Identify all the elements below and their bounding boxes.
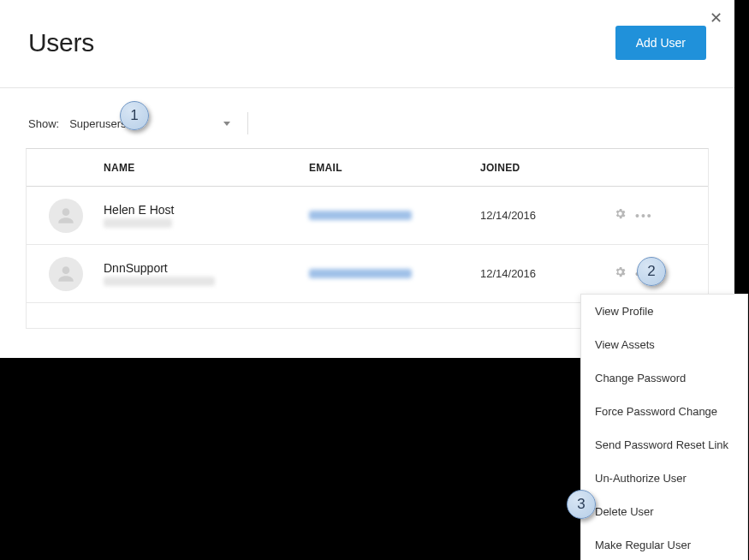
column-email: EMAIL xyxy=(309,162,480,174)
filter-label: Show: xyxy=(28,117,59,130)
menu-change-password[interactable]: Change Password xyxy=(581,361,747,395)
menu-view-profile[interactable]: View Profile xyxy=(581,295,747,328)
menu-view-assets[interactable]: View Assets xyxy=(581,328,747,361)
avatar xyxy=(49,257,83,291)
column-joined: JOINED xyxy=(480,162,591,174)
more-icon[interactable]: ••• xyxy=(635,210,653,222)
user-joined: 12/14/2016 xyxy=(480,267,591,280)
menu-unauthorize-user[interactable]: Un-Authorize User xyxy=(581,462,747,495)
callout-2: 2 xyxy=(637,257,666,286)
close-icon[interactable]: ✕ xyxy=(710,9,722,27)
add-user-button[interactable]: Add User xyxy=(615,26,706,60)
menu-make-regular-user[interactable]: Make Regular User xyxy=(581,528,747,560)
avatar xyxy=(49,199,83,233)
menu-force-password-change[interactable]: Force Password Change xyxy=(581,395,747,428)
header: Users Add User xyxy=(0,0,734,88)
chevron-down-icon xyxy=(223,122,230,126)
users-panel: ✕ Users Add User Show: Superusers NAME E… xyxy=(0,0,734,560)
filter-select[interactable]: Superusers xyxy=(64,117,244,130)
user-actions-menu: View Profile View Assets Change Password… xyxy=(580,294,748,560)
user-subtext-blurred xyxy=(104,218,172,228)
gear-icon[interactable] xyxy=(614,265,627,282)
callout-1: 1 xyxy=(120,101,149,130)
user-subtext-blurred xyxy=(104,277,215,286)
divider xyxy=(247,112,248,134)
table-row: Helen E Host 12/14/2016 ••• xyxy=(27,187,708,245)
column-name: NAME xyxy=(104,162,309,174)
filter-value: Superusers xyxy=(69,117,126,130)
menu-delete-user[interactable]: Delete User xyxy=(581,495,747,528)
user-joined: 12/14/2016 xyxy=(480,209,591,222)
filter-row: Show: Superusers xyxy=(0,88,734,148)
user-name: DnnSupport xyxy=(104,261,309,275)
table-header: NAME EMAIL JOINED xyxy=(27,149,708,187)
gear-icon[interactable] xyxy=(614,207,627,223)
page-title: Users xyxy=(28,28,94,57)
callout-3: 3 xyxy=(567,490,596,519)
menu-send-password-reset[interactable]: Send Password Reset Link xyxy=(581,428,747,462)
user-email-blurred xyxy=(309,211,412,220)
user-name: Helen E Host xyxy=(104,203,309,217)
user-email-blurred xyxy=(309,269,412,278)
